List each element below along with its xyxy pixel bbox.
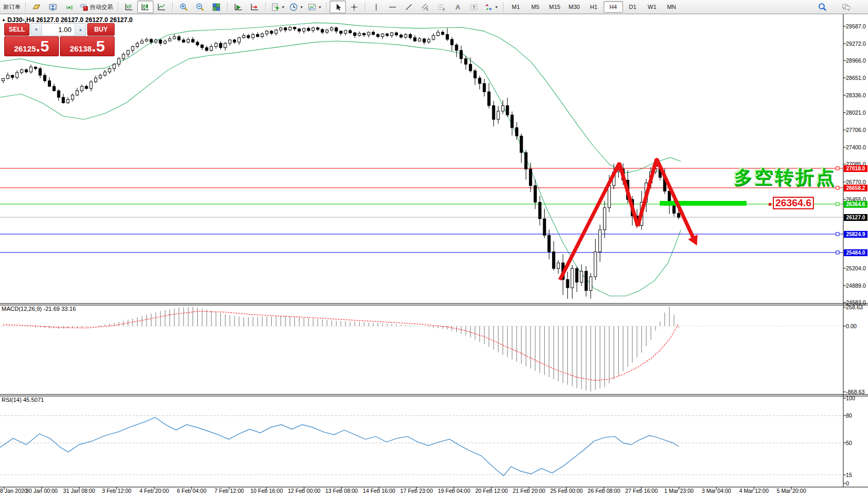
timeframe-D1-button[interactable]: D1 xyxy=(623,1,642,13)
rsi-scale-label: 15 xyxy=(846,472,852,478)
auto-scroll-button[interactable] xyxy=(230,1,247,13)
label-t-icon: T xyxy=(469,3,478,12)
horizontal-line-button[interactable] xyxy=(384,1,401,13)
sell-price-button[interactable]: 26125.5 xyxy=(4,36,59,56)
text-button[interactable]: A xyxy=(450,1,466,13)
time-tick-label: 4 Mar 12:00 xyxy=(739,488,769,494)
bar-chart-button[interactable] xyxy=(121,1,137,13)
timeframe-M5-button[interactable]: M5 xyxy=(526,1,545,13)
macd-indicator-label: MACD(12,26,9) -21.69 33.16 xyxy=(2,306,76,312)
price-tick-label: 28021.0 xyxy=(846,109,866,116)
rsi-indicator-label: RSI(14) 45.5071 xyxy=(2,397,44,403)
sell-button[interactable]: SELL xyxy=(4,23,29,36)
timeframe-MN-button[interactable]: MN xyxy=(662,1,681,13)
time-tick-label: 17 Feb 23:00 xyxy=(400,488,433,494)
shapes-button[interactable]: ▼ xyxy=(482,1,501,13)
chart-area[interactable]: 29587.029272.028966.028651.028336.028021… xyxy=(0,0,868,496)
label-button[interactable]: T xyxy=(466,1,482,13)
svg-text:A: A xyxy=(455,3,460,11)
candlestick-button[interactable] xyxy=(137,1,154,13)
timeframe-H1-button[interactable]: H1 xyxy=(584,1,604,13)
crosshair-icon xyxy=(350,3,359,12)
autotrade-button[interactable]: 自动交易 xyxy=(77,1,115,13)
data-window-button[interactable] xyxy=(45,1,61,13)
rsi-scale-label: 0 xyxy=(846,480,849,487)
red-cube-icon xyxy=(79,3,88,12)
chevron-down-icon: ▼ xyxy=(281,5,285,9)
text-a-icon: A xyxy=(453,3,462,12)
time-tick-label: 4 Feb 20:00 xyxy=(139,488,169,494)
line-price-chip: 26364.6 xyxy=(844,201,867,208)
callout-handle[interactable] xyxy=(769,203,771,206)
trendline-button[interactable] xyxy=(401,1,417,13)
price-tick-label: 28651.0 xyxy=(846,75,866,81)
timeframe-group: M1M5M15M30H1H4D1W1MN xyxy=(505,0,682,14)
time-tick-label: 12 Feb 00:00 xyxy=(288,488,320,494)
person-monitor-icon xyxy=(48,3,57,12)
lot-size-input[interactable]: 1.00 xyxy=(42,24,75,35)
vertical-line-button[interactable] xyxy=(368,1,384,13)
highlight-zone[interactable] xyxy=(660,201,747,206)
price-tick-label: 29272.0 xyxy=(846,41,866,47)
chevron-down-icon: ▼ xyxy=(495,5,498,9)
toolbar-separator xyxy=(25,2,26,12)
pivot-line-handle[interactable] xyxy=(836,203,839,206)
rsi-scale-label: 50 xyxy=(846,440,852,446)
chart-shift-button[interactable] xyxy=(247,1,263,13)
toolbar-separator xyxy=(503,2,504,12)
fibonacci-button[interactable]: F xyxy=(433,1,450,13)
lot-increase-button[interactable]: ▲ xyxy=(75,24,86,35)
buy-price-frac: .5 xyxy=(91,38,105,54)
channel-button[interactable]: E xyxy=(417,1,433,13)
zoom-in-button[interactable] xyxy=(176,1,192,13)
templates-button[interactable]: ▼ xyxy=(305,1,324,13)
one-click-collapse-icon[interactable]: ▲ xyxy=(2,17,6,22)
time-tick-label: 20 Feb 12:00 xyxy=(475,488,508,494)
price-callout-label[interactable]: 26364.6 xyxy=(773,197,814,209)
support-line-1-handle[interactable] xyxy=(836,232,839,236)
price-tick-label: 25204.0 xyxy=(846,265,866,271)
current-price-chip: 26127.0 xyxy=(844,214,867,221)
toolbar-buttons: 自动交易▼▼▼EFAT▼M1M5M15M30H1H4D1W1MN xyxy=(24,0,682,14)
tile-windows-button[interactable] xyxy=(208,1,224,13)
new-order-button[interactable]: 新订单 xyxy=(1,1,23,13)
time-axis: 8 Jan 202030 Jan 00:0031 Jan 08:003 Feb … xyxy=(0,487,806,494)
template-icon xyxy=(308,3,316,12)
signal-button[interactable] xyxy=(61,1,77,13)
timeframe-M1-button[interactable]: M1 xyxy=(506,1,526,13)
clock-icon xyxy=(289,3,298,12)
line-price-chip: 27018.0 xyxy=(844,165,867,172)
timeframe-W1-button[interactable]: W1 xyxy=(642,1,662,13)
support-line-2-handle[interactable] xyxy=(836,251,839,254)
search-icon xyxy=(818,3,827,12)
svg-text:E: E xyxy=(426,7,428,11)
indicators-button[interactable]: ▼ xyxy=(269,1,287,13)
timeframe-H4-button[interactable]: H4 xyxy=(604,1,623,13)
search-button[interactable] xyxy=(814,1,831,13)
one-click-trading-panel: SELL ▼ 1.00 ▲ BUY 26125.5 26138.5 xyxy=(4,23,115,56)
chat-button[interactable] xyxy=(838,1,854,13)
chart-shift-icon xyxy=(250,3,259,12)
rsi-scale-label: 80 xyxy=(846,412,852,419)
buy-button[interactable]: BUY xyxy=(87,23,115,36)
line-price-chip: 26658.2 xyxy=(844,185,867,191)
time-tick-label: 1 Mar 23:00 xyxy=(664,488,693,494)
market-watch-button[interactable] xyxy=(28,1,45,13)
buy-price-button[interactable]: 26138.5 xyxy=(60,36,115,56)
toolbar-separator xyxy=(265,2,266,12)
turning-point-annotation[interactable]: 多空转折点 xyxy=(734,165,836,190)
zoom-out-icon xyxy=(196,3,205,12)
lot-decrease-button[interactable]: ▼ xyxy=(31,24,42,35)
chevron-down-icon: ▼ xyxy=(318,5,322,9)
cursor-button[interactable] xyxy=(330,1,346,13)
crosshair-button[interactable] xyxy=(346,1,362,13)
toolbar-separator xyxy=(118,2,118,12)
zoom-out-button[interactable] xyxy=(192,1,208,13)
time-tick-label: 25 Feb 00:00 xyxy=(550,488,583,494)
line-chart-button[interactable] xyxy=(154,1,170,13)
timeframe-M15-button[interactable]: M15 xyxy=(545,1,565,13)
timeframe-M30-button[interactable]: M30 xyxy=(565,1,584,13)
periods-button[interactable]: ▼ xyxy=(287,1,305,13)
rsi-scale-label: 100 xyxy=(846,395,855,401)
zoom-in-icon xyxy=(179,3,188,12)
